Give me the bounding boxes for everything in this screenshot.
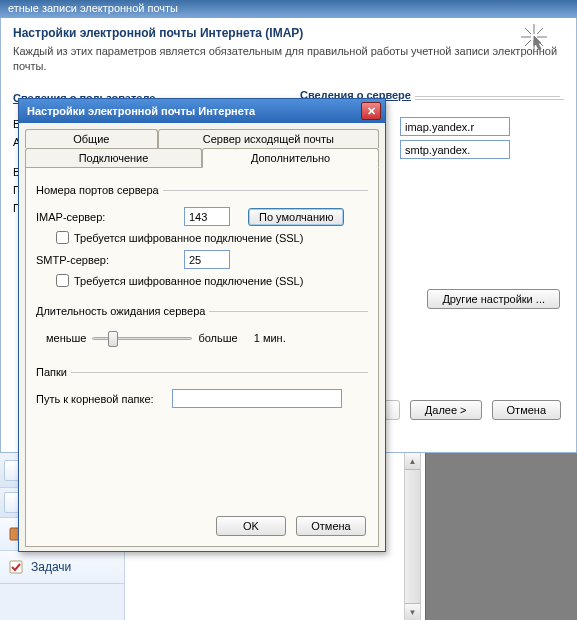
- wizard-heading: Настройки электронной почты Интернета (I…: [13, 26, 564, 40]
- imap-ssl-checkbox[interactable]: [56, 231, 69, 244]
- imap-port-label: IMAP-сервер:: [36, 211, 136, 223]
- tab-panel-advanced: Номера портов сервера IMAP-сервер: По ум…: [25, 167, 379, 547]
- scroll-down-icon[interactable]: ▼: [405, 603, 420, 620]
- outgoing-server-input[interactable]: [400, 140, 510, 159]
- group-server-info: Сведения о сервере: [300, 96, 560, 97]
- sidebar-item-label: Задачи: [31, 560, 71, 574]
- cancel-button[interactable]: Отмена: [492, 400, 561, 420]
- parent-window-titlebar: етные записи электронной почты: [0, 0, 577, 18]
- root-folder-input[interactable]: [172, 389, 342, 408]
- close-icon: ✕: [367, 105, 376, 118]
- dialog-title: Настройки электронной почты Интернета: [27, 105, 255, 117]
- tab-outgoing[interactable]: Сервер исходящей почты: [158, 129, 379, 148]
- tasks-icon: [8, 559, 24, 575]
- tab-general[interactable]: Общие: [25, 129, 158, 148]
- default-ports-button[interactable]: По умолчанию: [248, 208, 344, 226]
- group-server-ports: Номера портов сервера IMAP-сервер: По ум…: [36, 178, 368, 287]
- dialog-titlebar[interactable]: Настройки электронной почты Интернета ✕: [19, 99, 385, 123]
- root-folder-label: Путь к корневой папке:: [36, 393, 166, 405]
- smtp-port-input[interactable]: [184, 250, 230, 269]
- timeout-value: 1 мин.: [254, 332, 286, 344]
- group-folders: Папки Путь к корневой папке:: [36, 360, 368, 408]
- group-timeout-label: Длительность ожидания сервера: [36, 305, 209, 317]
- imap-ssl-label: Требуется шифрованное подключение (SSL): [74, 232, 303, 244]
- tab-connection[interactable]: Подключение: [25, 148, 202, 167]
- wizard-description: Каждый из этих параметров является обяза…: [13, 44, 564, 75]
- smtp-port-label: SMTP-сервер:: [36, 254, 136, 266]
- next-button[interactable]: Далее >: [410, 400, 482, 420]
- cancel-dialog-button[interactable]: Отмена: [296, 516, 366, 536]
- slider-max-label: больше: [198, 332, 237, 344]
- incoming-server-input[interactable]: [400, 117, 510, 136]
- scrollbar[interactable]: ▲ ▼: [404, 453, 421, 620]
- ok-button[interactable]: OK: [216, 516, 286, 536]
- cursor-decor-icon: [519, 22, 549, 52]
- slider-min-label: меньше: [46, 332, 86, 344]
- group-timeout: Длительность ожидания сервера меньше бол…: [36, 299, 368, 348]
- settings-dialog: Настройки электронной почты Интернета ✕ …: [18, 98, 386, 552]
- scroll-up-icon[interactable]: ▲: [405, 453, 420, 470]
- svg-rect-4: [10, 561, 22, 573]
- preview-pane: [425, 453, 577, 620]
- group-ports-label: Номера портов сервера: [36, 184, 163, 196]
- slider-thumb[interactable]: [108, 331, 118, 347]
- timeout-slider[interactable]: [92, 328, 192, 348]
- close-button[interactable]: ✕: [361, 102, 381, 120]
- more-settings-button[interactable]: Другие настройки ...: [427, 289, 560, 309]
- dialog-button-row: OK Отмена: [216, 516, 366, 536]
- sidebar-item-tasks[interactable]: Задачи: [0, 551, 124, 584]
- imap-port-input[interactable]: [184, 207, 230, 226]
- smtp-ssl-checkbox[interactable]: [56, 274, 69, 287]
- parent-window-title: етные записи электронной почты: [8, 2, 178, 14]
- tab-strip: Общие Сервер исходящей почты Подключение…: [19, 123, 385, 167]
- group-folders-label: Папки: [36, 366, 71, 378]
- tab-advanced[interactable]: Дополнительно: [202, 148, 379, 168]
- smtp-ssl-label: Требуется шифрованное подключение (SSL): [74, 275, 303, 287]
